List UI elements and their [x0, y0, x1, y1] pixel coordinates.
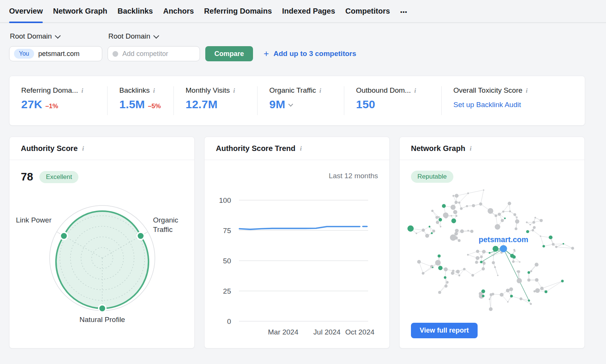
radar-axis-natural-profile: Natural Profile: [64, 315, 140, 324]
chevron-down-icon: [55, 33, 61, 39]
info-icon[interactable]: i: [414, 87, 416, 94]
compare-button[interactable]: Compare: [205, 46, 253, 61]
add-competitors-link[interactable]: + Add up to 3 competitors: [264, 49, 356, 58]
radar-point-organic-traffic: [137, 232, 144, 240]
compare-filters: Root Domain You petsmart.com Root Domain…: [9, 23, 356, 61]
domain-favicon-placeholder-icon: [112, 51, 118, 57]
radar-point-natural-profile: [99, 305, 106, 312]
add-competitor-input[interactable]: Add competitor: [108, 46, 200, 61]
info-icon[interactable]: i: [82, 145, 84, 152]
metric-outbound-domains: Outbound Dom... i 150: [344, 86, 441, 115]
you-badge: You: [14, 49, 34, 59]
info-icon[interactable]: i: [470, 145, 472, 152]
metric-delta: –5%: [148, 103, 161, 110]
view-full-report-button[interactable]: View full report: [411, 323, 478, 338]
svg-text:75: 75: [223, 227, 231, 235]
you-domain-field[interactable]: You petsmart.com: [9, 46, 102, 61]
tab-referring-domains[interactable]: Referring Domains: [204, 0, 272, 22]
add-competitor-placeholder: Add competitor: [122, 50, 168, 58]
svg-text:50: 50: [223, 257, 231, 265]
setup-backlink-audit-link[interactable]: Set up Backlink Audit: [453, 101, 585, 109]
chevron-down-icon: [288, 102, 293, 107]
metric-organic-traffic: Organic Traffic i 9M: [257, 86, 344, 115]
tab-overview[interactable]: Overview: [9, 0, 43, 22]
svg-text:Oct 2024: Oct 2024: [345, 328, 375, 336]
scope-selector-you[interactable]: Root Domain: [10, 32, 102, 40]
info-icon[interactable]: i: [300, 145, 302, 152]
authority-score-value: 78: [21, 171, 33, 183]
metric-value[interactable]: 150: [356, 98, 375, 111]
metric-value[interactable]: 12.7M: [186, 98, 217, 111]
authority-score-rating-badge: Excellent: [39, 171, 78, 183]
card-title: Network Graph: [411, 144, 465, 153]
trend-range-label: Last 12 months: [329, 172, 378, 180]
tab-indexed-pages[interactable]: Indexed Pages: [282, 0, 335, 22]
you-domain-value: petsmart.com: [38, 50, 80, 58]
svg-text:0: 0: [227, 317, 231, 325]
metric-monthly-visits: Monthly Visits i 12.7M: [173, 86, 257, 115]
authority-score-card: Authority Score i 78 Excellent: [9, 137, 195, 348]
svg-text:100: 100: [219, 196, 231, 204]
authority-score-radar-chart: [45, 201, 159, 315]
radar-axis-organic-traffic: Organic Traffic: [153, 215, 189, 234]
tab-backlinks[interactable]: Backlinks: [117, 0, 153, 22]
tab-network-graph[interactable]: Network Graph: [53, 0, 107, 22]
network-graph-card: Network Graph i Reputable petsmart.com V…: [399, 137, 585, 348]
svg-text:petsmart.com: petsmart.com: [479, 235, 528, 244]
report-tabs: Overview Network Graph Backlinks Anchors…: [0, 0, 606, 23]
summary-metrics-bar: Referring Doma... i 27K –1% Backlinks i …: [9, 76, 585, 126]
overview-widgets-row: Authority Score i 78 Excellent: [9, 137, 585, 348]
metric-value[interactable]: 27K: [21, 98, 42, 111]
authority-score-trend-card: Authority Score Trend i Last 12 months 0…: [204, 137, 390, 348]
info-icon[interactable]: i: [233, 87, 235, 94]
radar-axis-link-power: Link Power: [16, 215, 52, 225]
tab-anchors[interactable]: Anchors: [163, 0, 194, 22]
plus-icon: +: [264, 49, 269, 58]
metric-toxicity-score: Overall Toxicity Score i Set up Backlink…: [441, 86, 585, 115]
card-title: Authority Score Trend: [216, 144, 295, 153]
metric-delta: –1%: [45, 103, 58, 110]
chevron-down-icon: [153, 33, 159, 39]
metric-backlinks: Backlinks i 1.5M –5%: [107, 86, 173, 115]
network-rating-badge: Reputable: [411, 171, 453, 183]
info-icon[interactable]: i: [319, 87, 321, 94]
more-tabs-button[interactable]: •••: [400, 0, 408, 22]
info-icon[interactable]: i: [81, 87, 83, 94]
info-icon[interactable]: i: [526, 87, 528, 94]
svg-text:25: 25: [223, 287, 231, 295]
metric-value: 9M: [269, 98, 285, 111]
scope-selector-competitor[interactable]: Root Domain: [108, 32, 200, 40]
network-graph-canvas[interactable]: petsmart.com: [407, 183, 578, 334]
organic-traffic-dropdown[interactable]: 9M: [269, 98, 344, 111]
svg-text:Mar 2024: Mar 2024: [268, 328, 298, 336]
authority-score-trend-chart: 0255075100Mar 2024Jul 2024Oct 2024: [216, 190, 383, 341]
info-icon[interactable]: i: [153, 87, 155, 94]
radar-point-link-power: [60, 232, 67, 240]
metric-value[interactable]: 1.5M: [119, 98, 145, 111]
svg-text:Jul 2024: Jul 2024: [313, 328, 340, 336]
center-node: [500, 245, 507, 252]
card-title: Authority Score: [21, 144, 78, 153]
metric-referring-domains: Referring Doma... i 27K –1%: [9, 86, 107, 115]
backlink-analytics-page: Overview Network Graph Backlinks Anchors…: [0, 0, 606, 364]
ellipsis-icon: •••: [400, 9, 408, 15]
tab-competitors[interactable]: Competitors: [345, 0, 390, 22]
